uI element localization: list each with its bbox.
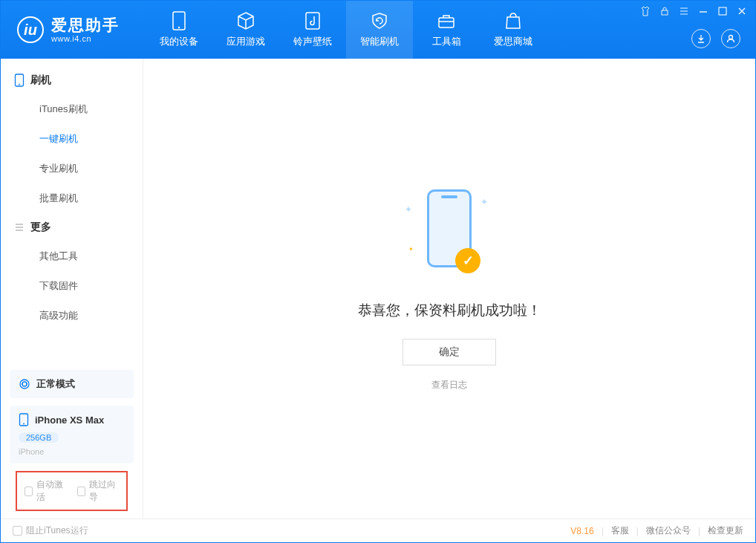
checkbox-label: 阻止iTunes运行 bbox=[26, 524, 88, 537]
skip-guide-checkbox[interactable]: 跳过向导 bbox=[77, 478, 120, 504]
titlebar-right-icons bbox=[691, 29, 740, 48]
footer-link-update[interactable]: 检查更新 bbox=[708, 524, 743, 537]
auto-activate-checkbox[interactable]: 自动激活 bbox=[25, 478, 67, 504]
sidebar-item-pro-flash[interactable]: 专业刷机 bbox=[1, 154, 143, 183]
body: 刷机 iTunes刷机 一键刷机 专业刷机 批量刷机 更多 其他工具 下载固件 … bbox=[1, 59, 755, 518]
sidebar-item-label: 下载固件 bbox=[39, 280, 78, 291]
sidebar-bottom: 正常模式 iPhone XS Max 256GB iPhone 自动激活 bbox=[1, 362, 143, 518]
sidebar-item-label: iTunes刷机 bbox=[39, 103, 88, 114]
svg-rect-5 bbox=[719, 7, 726, 15]
maximize-icon[interactable] bbox=[717, 5, 729, 17]
app-window: iu 爱思助手 www.i4.cn 我的设备 应用游戏 铃声壁纸 智能刷机 bbox=[0, 0, 756, 543]
sidebar-group-flash: 刷机 bbox=[1, 66, 143, 94]
sync-icon bbox=[19, 378, 30, 390]
success-illustration: ✦ ✦ ✦ ✓ bbox=[405, 186, 494, 282]
nav-label: 我的设备 bbox=[160, 35, 198, 48]
sidebar-group-title: 更多 bbox=[30, 221, 51, 234]
app-name: 爱思助手 bbox=[51, 16, 120, 34]
nav-my-device[interactable]: 我的设备 bbox=[146, 1, 212, 59]
separator: | bbox=[602, 526, 604, 536]
main-content: ✦ ✦ ✦ ✓ 恭喜您，保资料刷机成功啦！ 确定 查看日志 bbox=[143, 59, 755, 518]
checkbox-icon bbox=[25, 487, 33, 496]
nav-toolbox[interactable]: 工具箱 bbox=[413, 1, 480, 59]
view-log-link[interactable]: 查看日志 bbox=[431, 379, 467, 391]
sidebar-scroll: 刷机 iTunes刷机 一键刷机 专业刷机 批量刷机 更多 其他工具 下载固件 … bbox=[1, 59, 143, 362]
mode-label: 正常模式 bbox=[36, 377, 75, 391]
nav-store[interactable]: 爱思商城 bbox=[480, 1, 547, 59]
svg-point-1 bbox=[178, 27, 180, 28]
device-icon bbox=[169, 11, 189, 30]
sidebar-item-download-firmware[interactable]: 下载固件 bbox=[1, 271, 143, 301]
highlighted-options: 自动激活 跳过向导 bbox=[16, 471, 128, 511]
success-message: 恭喜您，保资料刷机成功啦！ bbox=[358, 301, 541, 320]
block-itunes-checkbox[interactable]: 阻止iTunes运行 bbox=[13, 524, 88, 537]
svg-point-6 bbox=[729, 36, 733, 39]
storage-badge: 256GB bbox=[19, 432, 59, 443]
nav-label: 工具箱 bbox=[432, 35, 461, 48]
sidebar-item-batch-flash[interactable]: 批量刷机 bbox=[1, 183, 143, 213]
music-note-icon bbox=[303, 11, 322, 30]
svg-rect-3 bbox=[439, 18, 454, 27]
svg-point-9 bbox=[20, 380, 29, 388]
nav-label: 应用游戏 bbox=[227, 35, 265, 48]
sidebar-item-label: 批量刷机 bbox=[39, 192, 78, 204]
sidebar-item-label: 一键刷机 bbox=[39, 133, 78, 144]
sidebar-item-itunes-flash[interactable]: iTunes刷机 bbox=[1, 94, 143, 124]
footer-link-support[interactable]: 客服 bbox=[611, 524, 629, 537]
footer: 阻止iTunes运行 V8.16 | 客服 | 微信公众号 | 检查更新 bbox=[1, 518, 755, 542]
mode-card[interactable]: 正常模式 bbox=[10, 370, 134, 398]
svg-point-13 bbox=[23, 423, 25, 425]
checkbox-label: 跳过向导 bbox=[89, 478, 119, 504]
app-site: www.i4.cn bbox=[51, 34, 120, 44]
sidebar-item-label: 其他工具 bbox=[39, 250, 78, 261]
svg-rect-4 bbox=[662, 10, 668, 15]
device-card[interactable]: iPhone XS Max 256GB iPhone bbox=[10, 406, 134, 464]
nav-label: 铃声壁纸 bbox=[293, 35, 332, 48]
sidebar-item-label: 高级功能 bbox=[39, 310, 78, 321]
sidebar: 刷机 iTunes刷机 一键刷机 专业刷机 批量刷机 更多 其他工具 下载固件 … bbox=[1, 59, 143, 518]
sidebar-item-advanced[interactable]: 高级功能 bbox=[1, 301, 143, 331]
app-logo-icon: iu bbox=[17, 16, 44, 43]
sparkle-icon: ✦ bbox=[408, 246, 414, 253]
sparkle-icon: ✦ bbox=[405, 204, 412, 215]
nav-label: 智能刷机 bbox=[360, 35, 399, 48]
download-icon[interactable] bbox=[691, 29, 711, 48]
lock-icon[interactable] bbox=[659, 5, 671, 17]
footer-link-wechat[interactable]: 微信公众号 bbox=[646, 524, 691, 537]
svg-point-10 bbox=[22, 383, 23, 385]
svg-point-11 bbox=[26, 383, 27, 385]
separator: | bbox=[636, 526, 639, 536]
cube-icon bbox=[236, 11, 255, 30]
sidebar-item-label: 专业刷机 bbox=[39, 163, 78, 174]
checkbox-icon bbox=[77, 487, 85, 496]
user-icon[interactable] bbox=[721, 29, 740, 48]
checkbox-label: 自动激活 bbox=[36, 478, 66, 504]
minimize-icon[interactable] bbox=[697, 5, 709, 17]
svg-rect-2 bbox=[306, 13, 319, 29]
main-nav: 我的设备 应用游戏 铃声壁纸 智能刷机 工具箱 爱思商城 bbox=[146, 1, 547, 59]
logo-text: 爱思助手 www.i4.cn bbox=[51, 16, 120, 44]
nav-smart-flash[interactable]: 智能刷机 bbox=[346, 1, 413, 59]
sparkle-icon: ✦ bbox=[480, 197, 488, 207]
sidebar-group-title: 刷机 bbox=[30, 74, 51, 87]
device-name: iPhone XS Max bbox=[35, 414, 104, 426]
sidebar-group-more: 更多 bbox=[1, 213, 143, 241]
nav-apps-games[interactable]: 应用游戏 bbox=[212, 1, 279, 59]
window-controls bbox=[639, 5, 748, 17]
nav-label: 爱思商城 bbox=[494, 35, 532, 48]
toolbox-icon bbox=[437, 11, 456, 30]
logo-area: iu 爱思助手 www.i4.cn bbox=[1, 1, 134, 59]
sidebar-item-onekey-flash[interactable]: 一键刷机 bbox=[1, 124, 143, 154]
refresh-shield-icon bbox=[370, 11, 389, 30]
titlebar: iu 爱思助手 www.i4.cn 我的设备 应用游戏 铃声壁纸 智能刷机 bbox=[1, 1, 755, 59]
version-label: V8.16 bbox=[570, 526, 593, 536]
nav-ringtone-wallpaper[interactable]: 铃声壁纸 bbox=[279, 1, 346, 59]
sidebar-item-other-tools[interactable]: 其他工具 bbox=[1, 241, 143, 271]
close-icon[interactable] bbox=[736, 5, 748, 17]
menu-icon[interactable] bbox=[678, 5, 690, 17]
footer-right: V8.16 | 客服 | 微信公众号 | 检查更新 bbox=[570, 524, 743, 537]
shirt-icon[interactable] bbox=[639, 5, 651, 17]
phone-icon bbox=[19, 413, 29, 426]
ok-button[interactable]: 确定 bbox=[403, 339, 496, 365]
check-badge-icon: ✓ bbox=[455, 248, 480, 273]
